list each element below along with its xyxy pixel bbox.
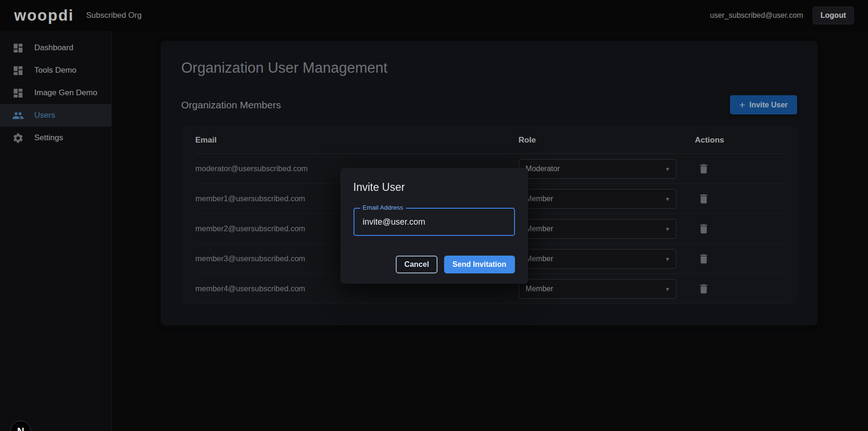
dialog-actions: Cancel Send Invitation — [353, 256, 515, 273]
invite-user-dialog: Invite User Email Address Cancel Send In… — [340, 168, 528, 284]
email-field[interactable] — [356, 217, 512, 227]
email-field-wrapper: Email Address — [353, 208, 515, 236]
cancel-button[interactable]: Cancel — [396, 256, 437, 273]
send-invitation-button[interactable]: Send Invitation — [444, 256, 515, 273]
dialog-title: Invite User — [353, 181, 515, 194]
email-field-label: Email Address — [360, 204, 406, 211]
